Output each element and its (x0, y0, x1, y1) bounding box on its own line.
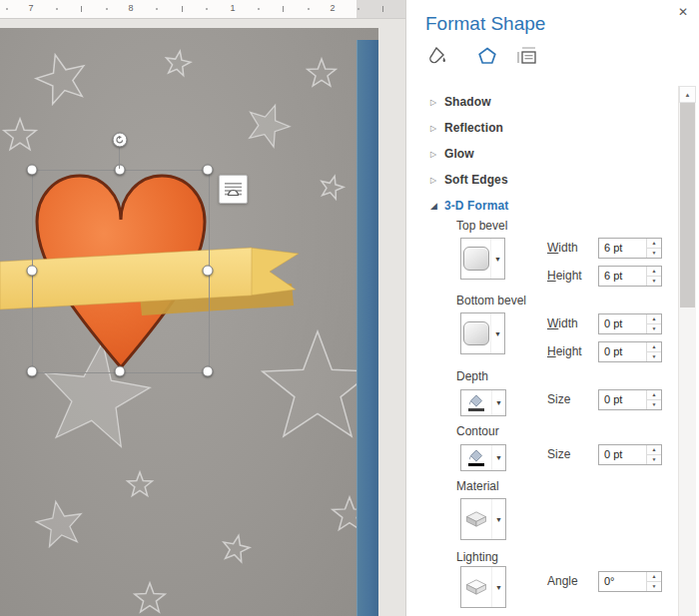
spin-up-icon[interactable]: ▲ (647, 390, 661, 399)
selection-handle[interactable] (115, 165, 126, 176)
bottom-bevel-label: Bottom bevel (456, 294, 526, 308)
ruler-margin-zone (356, 0, 405, 18)
contour-color-dropdown[interactable]: ▼ (460, 444, 506, 471)
bottom-bevel-height-value: 0 pt (599, 342, 646, 361)
selection-border (32, 170, 210, 373)
layout-options-button[interactable] (219, 175, 248, 204)
width-label: Width (547, 241, 578, 255)
section-label: 3-D Format (444, 199, 508, 213)
selection-handle[interactable] (27, 366, 38, 377)
dropdown-arrow-icon[interactable]: ▼ (491, 390, 505, 415)
tab-effects[interactable] (474, 44, 500, 68)
chevron-right-icon: ▷ (430, 124, 444, 133)
section-soft-edges[interactable]: ▷ Soft Edges (430, 170, 670, 190)
top-bevel-height-spinner[interactable]: 6 pt ▲▼ (598, 266, 662, 287)
section-shadow[interactable]: ▷ Shadow (430, 92, 670, 112)
dropdown-arrow-icon[interactable]: ▼ (491, 445, 505, 470)
contour-label: Contour (456, 424, 499, 438)
top-bevel-width-value: 6 pt (599, 239, 646, 258)
depth-label: Depth (456, 369, 488, 383)
lighting-angle-value: 0° (599, 572, 646, 591)
chevron-expanded-icon: ◢ (430, 201, 444, 211)
selection-handle[interactable] (115, 366, 126, 377)
bottom-bevel-dropdown[interactable]: ▼ (460, 312, 505, 354)
format-shape-pane: Format Shape ✕ ▷ Shadow (405, 0, 699, 616)
lighting-angle-spinner[interactable]: 0° ▲▼ (598, 571, 662, 592)
section-glow[interactable]: ▷ Glow (430, 144, 670, 164)
height-label: Height (547, 344, 582, 358)
layout-properties-icon (516, 46, 538, 66)
contour-bucket-icon (468, 449, 484, 462)
spin-up-icon[interactable]: ▲ (647, 445, 661, 454)
size-label: Size (547, 392, 570, 406)
bevel-preset-icon (463, 321, 489, 345)
top-bevel-dropdown[interactable]: ▼ (460, 238, 505, 280)
top-bevel-width-spinner[interactable]: 6 pt ▲▼ (598, 238, 662, 259)
horizontal-ruler[interactable]: 7 8 1 2 (0, 0, 405, 19)
depth-color-bar (468, 408, 484, 411)
spin-up-icon[interactable]: ▲ (647, 239, 661, 248)
material-slab-icon (463, 509, 489, 529)
tab-fill-line[interactable] (423, 44, 449, 68)
spin-down-icon[interactable]: ▼ (647, 323, 661, 333)
selection-handle[interactable] (203, 266, 214, 277)
contour-size-value: 0 pt (599, 445, 646, 464)
section-label: Soft Edges (444, 173, 508, 187)
spin-down-icon[interactable]: ▼ (647, 248, 661, 258)
pane-scrollbar[interactable]: ▲ (678, 86, 696, 616)
selection-handle[interactable] (203, 366, 214, 377)
selection-handle[interactable] (203, 165, 214, 176)
chevron-right-icon: ▷ (430, 150, 444, 159)
close-icon[interactable]: ✕ (678, 5, 688, 19)
size-label: Size (547, 447, 570, 461)
rotation-handle-stem (119, 148, 120, 169)
material-dropdown[interactable]: ▼ (460, 498, 506, 540)
spin-down-icon[interactable]: ▼ (647, 276, 661, 286)
dropdown-arrow-icon[interactable]: ▼ (490, 313, 504, 353)
chevron-right-icon: ▷ (430, 98, 444, 107)
section-label: Shadow (444, 95, 491, 109)
spin-down-icon[interactable]: ▼ (647, 581, 661, 591)
ruler-number: 1 (228, 3, 238, 13)
depth-size-value: 0 pt (599, 390, 646, 409)
ruler-number: 2 (328, 3, 338, 13)
contour-color-bar (468, 463, 484, 466)
spin-down-icon[interactable]: ▼ (647, 454, 661, 464)
top-bevel-label: Top bevel (456, 219, 507, 233)
rotation-handle[interactable] (113, 133, 128, 148)
bottom-bevel-width-spinner[interactable]: 0 pt ▲▼ (598, 313, 662, 334)
spin-up-icon[interactable]: ▲ (647, 267, 661, 276)
contour-size-spinner[interactable]: 0 pt ▲▼ (598, 444, 662, 465)
bottom-bevel-height-spinner[interactable]: 0 pt ▲▼ (598, 341, 662, 362)
bevel-preset-icon (463, 247, 489, 271)
depth-color-dropdown[interactable]: ▼ (460, 389, 506, 416)
dropdown-arrow-icon[interactable]: ▼ (490, 239, 504, 279)
section-reflection[interactable]: ▷ Reflection (430, 118, 670, 138)
spin-down-icon[interactable]: ▼ (647, 399, 661, 409)
dropdown-arrow-icon[interactable]: ▼ (491, 499, 505, 539)
paint-bucket-icon (426, 46, 446, 66)
spin-down-icon[interactable]: ▼ (647, 351, 661, 361)
scrollbar-thumb[interactable] (680, 103, 695, 308)
section-label: Reflection (444, 121, 503, 135)
rotate-icon (116, 136, 125, 145)
selection-handle[interactable] (27, 165, 38, 176)
spin-up-icon[interactable]: ▲ (647, 342, 661, 351)
selection-handle[interactable] (27, 266, 38, 277)
section-label: Glow (444, 147, 474, 161)
tab-layout-properties[interactable] (514, 44, 540, 68)
lighting-dropdown[interactable]: ▼ (460, 566, 506, 608)
depth-bucket-icon (468, 394, 484, 407)
section-3d-format[interactable]: ◢ 3-D Format (430, 196, 670, 216)
depth-size-spinner[interactable]: 0 pt ▲▼ (598, 389, 662, 410)
height-label: Height (547, 269, 582, 283)
spin-up-icon[interactable]: ▲ (647, 572, 661, 581)
ruler-number: 7 (26, 3, 36, 13)
pane-title: Format Shape (425, 13, 545, 35)
spin-up-icon[interactable]: ▲ (647, 314, 661, 323)
chevron-right-icon: ▷ (430, 176, 444, 185)
dropdown-arrow-icon[interactable]: ▼ (491, 567, 505, 607)
material-label: Material (456, 479, 499, 493)
layout-options-icon (225, 182, 242, 197)
scroll-up-button[interactable]: ▲ (679, 86, 696, 103)
